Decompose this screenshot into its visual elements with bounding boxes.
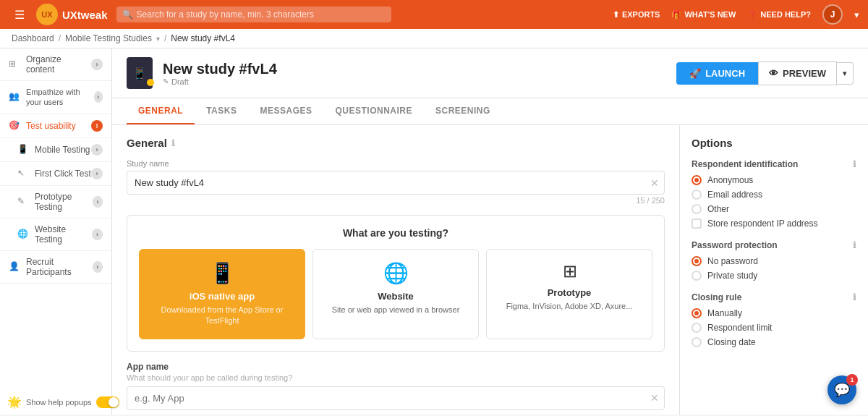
tab-questionnaire[interactable]: QUESTIONNAIRE	[323, 98, 424, 124]
users-icon: 👥	[9, 91, 20, 103]
prototype-card-icon: ⊞	[498, 261, 640, 281]
sidebar: ⊞ Organize content › 👥 Empathize with yo…	[0, 48, 112, 415]
closing-section: Closing rule ℹ Manually Respondent limit…	[692, 292, 856, 347]
testing-card-ios[interactable]: 📱 iOS native app Downloaded from the App…	[139, 249, 305, 339]
password-section: Password protection ℹ No password Privat…	[692, 240, 856, 281]
sidebar-item-website-testing[interactable]: 🌐 Website Testing ›	[0, 218, 111, 251]
study-actions: 🚀 LAUNCH 👁 PREVIEW ▾	[676, 61, 854, 85]
study-name-label: Study name	[127, 159, 665, 168]
sidebar-badge-recruit: ›	[93, 261, 103, 273]
option-respondent-limit[interactable]: Respondent limit	[692, 323, 856, 333]
help-toggle-track[interactable]	[96, 396, 119, 408]
radio-no-password[interactable]	[692, 256, 702, 266]
radio-anonymous[interactable]	[692, 175, 702, 185]
sidebar-item-test-usability[interactable]: 🎯 Test usability !	[0, 114, 111, 138]
radio-respondent-limit[interactable]	[692, 323, 702, 333]
need-help-button[interactable]: ❓ NEED HELP?	[747, 10, 811, 20]
avatar[interactable]: J	[822, 4, 843, 25]
ios-card-title: iOS native app	[151, 291, 293, 302]
sidebar-badge-mobile: ›	[91, 144, 103, 156]
study-status: Draft	[171, 77, 189, 86]
whats-new-button[interactable]: 🎁 WHAT'S NEW	[671, 10, 736, 20]
tabs: GENERAL TASKS MESSAGES QUESTIONNAIRE SCR…	[112, 98, 868, 125]
testing-card-prototype[interactable]: ⊞ Prototype Figma, InVision, Adobe XD, A…	[486, 249, 652, 339]
general-info-icon[interactable]: ℹ	[171, 138, 175, 148]
avatar-dropdown-icon[interactable]: ▾	[854, 9, 859, 20]
launch-button[interactable]: 🚀 LAUNCH	[676, 62, 758, 85]
sidebar-item-prototype-testing[interactable]: ✎ Prototype Testing ›	[0, 186, 111, 218]
logo-icon: UX	[36, 4, 58, 25]
study-name-char-count: 15 / 250	[127, 196, 665, 205]
study-name-group: Study name ✕ 15 / 250	[127, 159, 665, 205]
radio-manually[interactable]	[692, 308, 702, 318]
testing-card-website[interactable]: 🌐 Website Site or web app viewed in a br…	[312, 249, 479, 339]
app-name-clear-icon[interactable]: ✕	[650, 392, 659, 404]
closing-info-icon[interactable]: ℹ	[853, 292, 856, 302]
smartphone-icon: 📱	[17, 144, 29, 156]
cursor-icon: ↖	[17, 168, 29, 179]
option-private-study[interactable]: Private study	[692, 271, 856, 281]
preview-button[interactable]: 👁 PREVIEW	[758, 61, 837, 85]
sidebar-item-mobile-testing[interactable]: 📱 Mobile Testing ›	[0, 138, 111, 162]
grid-icon: ⊞	[9, 59, 20, 70]
radio-email[interactable]	[692, 190, 702, 200]
exports-button[interactable]: ⬆ EXPORTS	[613, 10, 660, 20]
study-name-input[interactable]	[127, 171, 665, 195]
password-title: Password protection ℹ	[692, 240, 856, 250]
preview-dropdown-button[interactable]: ▾	[837, 62, 854, 85]
sidebar-item-empathize[interactable]: 👥 Empathize with your users ›	[0, 81, 111, 114]
exports-icon: ⬆	[613, 10, 619, 20]
panels: General ℹ Study name ✕ 15 / 250 What are…	[112, 125, 868, 415]
respondent-id-title: Respondent identification ℹ	[692, 159, 856, 169]
chat-bubble[interactable]: 💬 1	[827, 375, 856, 404]
option-no-password[interactable]: No password	[692, 256, 856, 266]
study-title-area: New study #fvL4 ✎ Draft	[163, 61, 277, 86]
app-name-sublabel: What should your app be called during te…	[127, 373, 665, 382]
option-closing-date[interactable]: Closing date	[692, 337, 856, 347]
website-card-title: Website	[325, 291, 467, 302]
tab-messages[interactable]: MESSAGES	[248, 98, 323, 124]
breadcrumb-mobile-testing[interactable]: Mobile Testing Studies	[65, 33, 152, 43]
hamburger-button[interactable]: ☰	[9, 5, 30, 25]
gift-icon: 🎁	[671, 10, 681, 20]
app-name-label: App name	[127, 362, 665, 372]
option-other[interactable]: Other	[692, 204, 856, 214]
search-icon: 🔍	[122, 9, 133, 20]
study-title: New study #fvL4	[163, 61, 277, 77]
breadcrumb-dropdown-icon[interactable]: ▾	[156, 35, 160, 43]
radio-private-study[interactable]	[692, 271, 702, 281]
radio-other[interactable]	[692, 204, 702, 214]
tab-tasks[interactable]: TASKS	[195, 98, 248, 124]
target-icon: 🎯	[9, 120, 20, 132]
study-name-clear-icon[interactable]: ✕	[650, 177, 659, 189]
sidebar-item-organize-content[interactable]: ⊞ Organize content ›	[0, 48, 111, 81]
option-email[interactable]: Email address	[692, 190, 856, 200]
sidebar-item-first-click[interactable]: ↖ First Click Test ›	[0, 162, 111, 186]
option-store-ip[interactable]: Store respondent IP address	[692, 218, 856, 229]
breadcrumb-sep-2: /	[164, 33, 166, 43]
radio-closing-date[interactable]	[692, 337, 702, 347]
option-anonymous[interactable]: Anonymous	[692, 175, 856, 185]
chat-icon: 💬	[834, 382, 850, 398]
checkbox-store-ip[interactable]	[692, 218, 702, 229]
search-input[interactable]	[116, 7, 391, 22]
app-name-input[interactable]	[127, 386, 665, 410]
breadcrumb-dashboard[interactable]: Dashboard	[12, 33, 54, 43]
respondent-info-icon[interactable]: ℹ	[853, 159, 856, 169]
password-info-icon[interactable]: ℹ	[853, 240, 856, 250]
tab-general[interactable]: GENERAL	[127, 98, 195, 124]
sidebar-badge-prototype: ›	[93, 196, 103, 208]
prototype-card-sub: Figma, InVision, Adobe XD, Axure...	[498, 301, 640, 312]
tab-screening[interactable]: SCREENING	[424, 98, 502, 124]
closing-title: Closing rule ℹ	[692, 292, 856, 302]
website-card-sub: Site or web app viewed in a browser	[325, 305, 467, 315]
option-manually[interactable]: Manually	[692, 308, 856, 318]
top-nav: ☰ UX UXtweak 🔍 ⬆ EXPORTS 🎁 WHAT'S NEW ❓ …	[0, 0, 868, 29]
sidebar-item-recruit[interactable]: 👤 Recruit Participants ›	[0, 251, 111, 284]
sidebar-badge-first-click: ›	[91, 168, 103, 179]
ios-card-sub: Downloaded from the App Store or TestFli…	[151, 305, 293, 327]
testing-title: What are you testing?	[139, 227, 652, 239]
sidebar-badge-empathize: ›	[94, 91, 103, 103]
edit-icon: ✎	[17, 196, 29, 208]
respondent-id-section: Respondent identification ℹ Anonymous Em…	[692, 159, 856, 229]
